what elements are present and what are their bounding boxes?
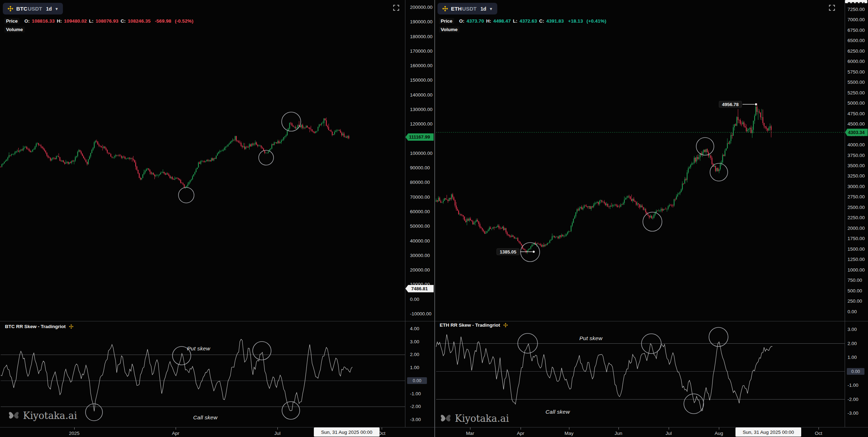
annotation-circle — [86, 404, 102, 421]
expand-icon — [828, 4, 836, 12]
eth-fullscreen-button[interactable] — [828, 4, 836, 12]
eth-skew-axis[interactable] — [845, 321, 868, 427]
btc-skew-axis[interactable] — [405, 321, 434, 427]
btc-time-axis[interactable] — [0, 427, 434, 437]
annotation-circle — [521, 243, 540, 262]
annotation-circle — [172, 346, 191, 365]
annotation-circle — [259, 150, 274, 165]
annotation-circle — [282, 112, 301, 131]
candle-bodies-down — [437, 107, 772, 252]
binance-icon — [7, 5, 14, 12]
annotation-circle — [684, 394, 704, 414]
chevron-down-icon: ▼ — [55, 7, 59, 11]
candle-bodies-up — [436, 107, 770, 252]
expand-icon — [392, 4, 400, 12]
interval-selector[interactable]: 1d — [480, 6, 486, 12]
callout-dot — [755, 103, 757, 105]
symbol-quote: USDT — [28, 6, 42, 12]
btc-symbol-pill[interactable]: BTCUSDT 1d ▼ — [3, 3, 63, 14]
symbol-quote: USDT — [462, 6, 477, 12]
annotation-circle — [253, 342, 271, 360]
symbol-base: BTC — [16, 6, 27, 12]
separator-panels — [434, 0, 435, 437]
chevron-down-icon: ▼ — [489, 7, 493, 11]
eth-time-axis[interactable] — [435, 427, 868, 437]
skew-line — [1, 339, 352, 411]
annotation-circle — [710, 163, 728, 181]
symbol-base: ETH — [451, 6, 462, 12]
candle-wicks-down — [437, 103, 771, 254]
annotation-circle — [178, 187, 194, 203]
callout-dot — [533, 251, 535, 253]
interval-selector[interactable]: 1d — [46, 6, 52, 12]
candle-wicks-up — [2, 118, 347, 189]
eth-symbol-pill[interactable]: ETHUSDT 1d ▼ — [438, 3, 497, 14]
candle-wicks-up — [436, 104, 770, 254]
eth-price-axis[interactable] — [845, 0, 868, 321]
binance-icon — [442, 5, 448, 12]
trading-dashboard: BTCUSDT 1d ▼ Price O: 108816.33 H: 10948… — [0, 0, 868, 437]
annotation-circle — [696, 138, 714, 155]
annotation-circle — [643, 212, 662, 231]
btc-price-axis[interactable] — [405, 0, 434, 321]
annotation-circle — [282, 402, 300, 419]
btc-fullscreen-button[interactable] — [392, 4, 400, 12]
